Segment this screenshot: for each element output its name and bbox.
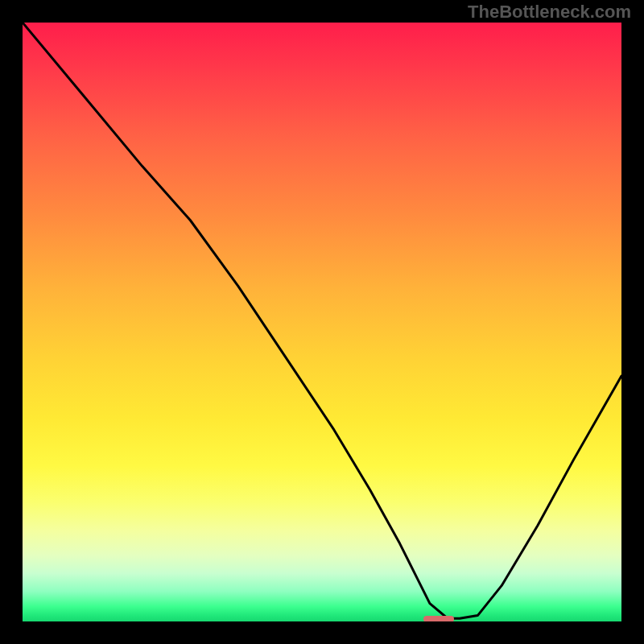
chart-frame: TheBottleneck.com	[0, 0, 644, 644]
optimal-marker	[423, 616, 453, 621]
bottleneck-curve	[23, 23, 621, 618]
plot-area	[23, 23, 621, 621]
watermark-text: TheBottleneck.com	[468, 2, 631, 23]
curve-svg	[23, 23, 621, 621]
